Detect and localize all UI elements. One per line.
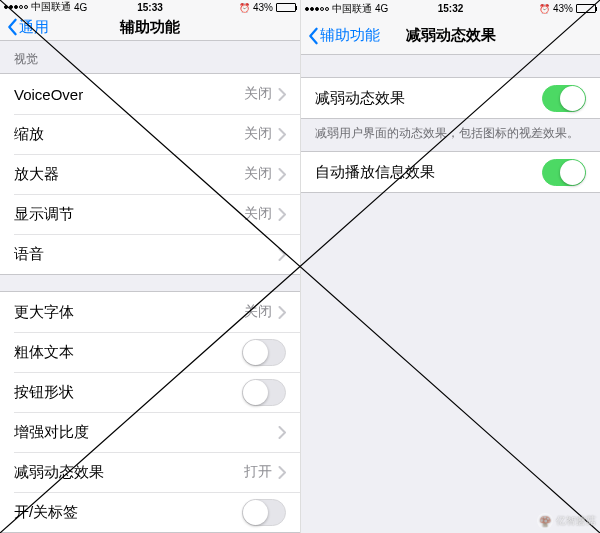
row-label: 显示调节 [14, 205, 244, 224]
row-label: 增强对比度 [14, 423, 278, 442]
table-row[interactable]: 显示调节关闭 [0, 194, 300, 234]
row-label: VoiceOver [14, 86, 244, 103]
page-title: 辅助功能 [0, 18, 300, 37]
table-row[interactable]: 增强对比度 [0, 412, 300, 452]
row-label: 更大字体 [14, 303, 244, 322]
table-row[interactable]: 减弱动态效果打开 [0, 452, 300, 492]
chevron-right-icon [278, 306, 286, 319]
row-value: 关闭 [244, 85, 272, 103]
row-value: 关闭 [244, 125, 272, 143]
battery-icon [276, 3, 296, 12]
list-vision: VoiceOver关闭缩放关闭放大器关闭显示调节关闭语音 [0, 73, 300, 275]
status-bar: 中国联通 4G 15:32 43% [301, 0, 600, 17]
list-autoplay: 自动播放信息效果 [301, 151, 600, 193]
row-value: 打开 [244, 463, 272, 481]
screen-reduce-motion: 中国联通 4G 15:32 43% 辅助功能 减弱动态效果 减弱动态效果 减弱用… [300, 0, 600, 533]
row-label: 开/关标签 [14, 503, 242, 522]
chevron-right-icon [278, 168, 286, 181]
row-value: 关闭 [244, 303, 272, 321]
row-label: 缩放 [14, 125, 244, 144]
toggle-switch[interactable] [242, 499, 286, 526]
row-label: 放大器 [14, 165, 244, 184]
chevron-right-icon [278, 208, 286, 221]
clock-label: 15:32 [301, 3, 600, 14]
toggle-switch[interactable] [542, 159, 586, 186]
toggle-switch[interactable] [242, 379, 286, 406]
table-row[interactable]: 缩放关闭 [0, 114, 300, 154]
chevron-right-icon [278, 88, 286, 101]
mushroom-icon: 🍄 [537, 513, 553, 529]
table-row: 自动播放信息效果 [301, 152, 600, 192]
table-row: 按钮形状 [0, 372, 300, 412]
list-text: 更大字体关闭粗体文本按钮形状增强对比度减弱动态效果打开开/关标签 [0, 291, 300, 533]
watermark: 🍄 亿智蘑菇 [537, 513, 596, 529]
row-label: 粗体文本 [14, 343, 242, 362]
toggle-switch[interactable] [542, 85, 586, 112]
nav-bar: 通用 辅助功能 [0, 14, 300, 41]
page-title: 减弱动态效果 [301, 26, 600, 45]
chevron-right-icon [278, 426, 286, 439]
toggle-switch[interactable] [242, 339, 286, 366]
row-value: 关闭 [244, 165, 272, 183]
section-header-vision: 视觉 [0, 41, 300, 73]
table-row[interactable]: VoiceOver关闭 [0, 74, 300, 114]
nav-bar: 辅助功能 减弱动态效果 [301, 17, 600, 55]
row-label: 减弱动态效果 [14, 463, 244, 482]
screen-accessibility: 中国联通 4G 15:33 43% 通用 辅助功能 视觉 VoiceOver关闭… [0, 0, 300, 533]
row-label: 按钮形状 [14, 383, 242, 402]
section-footer: 减弱用户界面的动态效果，包括图标的视差效果。 [301, 119, 600, 151]
status-bar: 中国联通 4G 15:33 43% [0, 0, 300, 14]
chevron-right-icon [278, 248, 286, 261]
table-row[interactable]: 语音 [0, 234, 300, 274]
chevron-right-icon [278, 466, 286, 479]
watermark-text: 亿智蘑菇 [556, 514, 596, 528]
table-row: 减弱动态效果 [301, 78, 600, 118]
table-row: 开/关标签 [0, 492, 300, 532]
table-row[interactable]: 放大器关闭 [0, 154, 300, 194]
clock-label: 15:33 [0, 2, 300, 13]
battery-icon [576, 4, 596, 13]
list-reduce-motion: 减弱动态效果 [301, 77, 600, 119]
row-label: 减弱动态效果 [315, 89, 542, 108]
table-row[interactable]: 更大字体关闭 [0, 292, 300, 332]
table-row: 粗体文本 [0, 332, 300, 372]
row-value: 关闭 [244, 205, 272, 223]
row-label: 自动播放信息效果 [315, 163, 542, 182]
row-label: 语音 [14, 245, 278, 264]
chevron-right-icon [278, 128, 286, 141]
